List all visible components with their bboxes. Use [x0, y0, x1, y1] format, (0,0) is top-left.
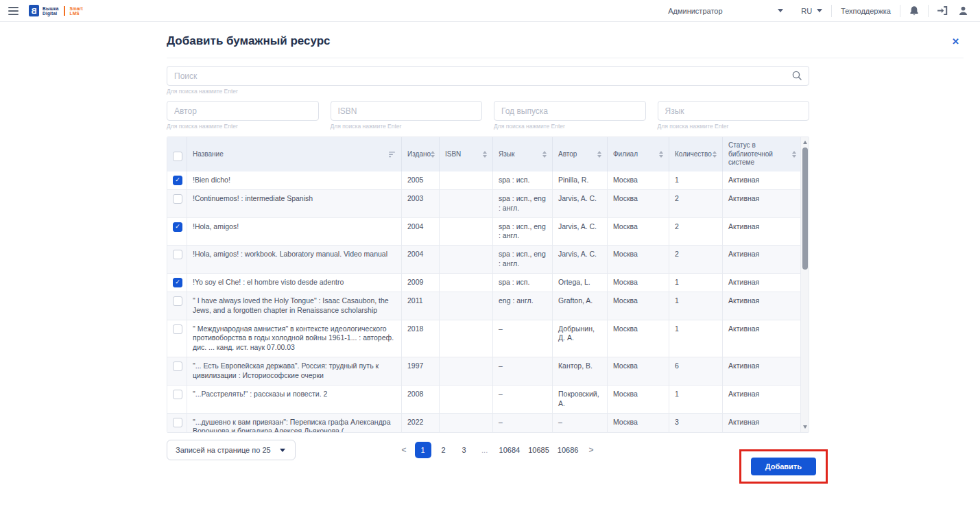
cell-author: Pinilla, R. [553, 171, 608, 189]
chevron-down-icon [817, 9, 822, 12]
cell-isbn [440, 357, 493, 385]
cell-quantity: 1 [669, 386, 723, 413]
add-button[interactable]: Добавить [751, 458, 816, 475]
scrollbar-thumb[interactable] [802, 147, 808, 270]
cell-quantity: 1 [669, 171, 723, 189]
highlight-annotation: Добавить [739, 449, 828, 484]
cell-author: Ortega, L. [553, 274, 608, 292]
up-down-carets-icon[interactable] [597, 151, 601, 158]
row-checkbox[interactable]: ✓ [173, 250, 182, 259]
cell-language: – [493, 414, 553, 432]
cell-status: Активная [723, 357, 802, 385]
cell-quantity: 1 [669, 274, 723, 292]
cell-isbn [440, 171, 493, 189]
cell-language: – [493, 357, 553, 385]
support-link[interactable]: Техподдержка [841, 7, 891, 15]
role-dropdown[interactable]: Администратор [668, 7, 783, 15]
cell-year: 2018 [402, 320, 440, 357]
cell-status: Активная [723, 190, 802, 217]
row-checkbox[interactable]: ✓ [173, 324, 182, 334]
logout-icon[interactable] [937, 6, 948, 15]
person-icon[interactable] [959, 6, 968, 16]
next-page-chevron[interactable]: > [584, 445, 597, 455]
app-logo[interactable]: B Вышка Digital Smart LMS [29, 5, 83, 16]
page-number[interactable]: 1 [415, 442, 431, 458]
column-header-branch[interactable]: Филиал [608, 137, 669, 171]
cell-title: "... Есть Европейская держава". Россия: … [187, 357, 402, 385]
cell-title: "...Расстрелять!" : рассказы и повести. … [187, 386, 402, 413]
prev-page-chevron[interactable]: < [398, 445, 411, 455]
cell-status: Активная [723, 292, 802, 320]
cell-year: 2004 [402, 246, 440, 273]
sort-lines-icon[interactable] [389, 152, 396, 158]
magnifier-icon[interactable] [792, 71, 802, 80]
row-checkbox[interactable]: ✓ [173, 362, 182, 371]
cell-isbn [440, 274, 493, 292]
row-checkbox[interactable]: ✓ [173, 418, 182, 427]
row-checkbox[interactable]: ✓ [173, 390, 182, 399]
close-icon[interactable]: ✕ [948, 35, 964, 48]
author-filter-input[interactable] [167, 101, 319, 121]
page-number[interactable]: ... [477, 442, 493, 458]
scroll-down-arrow-icon[interactable] [803, 425, 807, 429]
up-down-carets-icon[interactable] [483, 151, 487, 158]
column-header-status[interactable]: Статус в библиотечной системе [723, 137, 802, 171]
cell-title: !Yo soy el Che! : el hombre visto desde … [187, 274, 402, 292]
cell-language: spa : исп. [493, 171, 553, 189]
year-filter-input[interactable] [494, 101, 646, 121]
up-down-carets-icon[interactable] [792, 151, 796, 158]
table-row: ✓ !Hola, amigos! 2004 spa : исп., eng : … [167, 218, 809, 246]
vertical-scrollbar[interactable] [800, 137, 809, 432]
bell-icon[interactable] [909, 5, 919, 16]
page-number[interactable]: 10686 [555, 442, 581, 458]
up-down-carets-icon[interactable] [542, 151, 547, 158]
search-hint: Для поиска нажмите Enter [167, 88, 809, 95]
up-down-carets-icon[interactable] [713, 151, 717, 158]
row-checkbox[interactable]: ✓ [173, 176, 182, 185]
table-row: ✓ !Bien dicho! 2005 spa : исп. Pinilla, … [167, 171, 809, 190]
cell-title: "...душевно к вам привязан": Переписка г… [187, 414, 402, 432]
row-checkbox[interactable]: ✓ [173, 194, 182, 204]
page-size-dropdown[interactable]: Записей на странице по 25 [167, 440, 296, 460]
row-checkbox[interactable]: ✓ [173, 278, 182, 287]
cell-status: Активная [723, 246, 802, 273]
cell-year: 2005 [402, 171, 440, 189]
cell-quantity: 2 [669, 190, 723, 217]
scroll-up-arrow-icon[interactable] [803, 141, 807, 144]
column-header-author[interactable]: Автор [553, 137, 608, 171]
row-checkbox[interactable]: ✓ [173, 296, 182, 306]
brand-name: Вышка Digital [43, 6, 59, 16]
language-filter-input[interactable] [658, 101, 810, 121]
page-number[interactable]: 10684 [497, 442, 523, 458]
cell-isbn [440, 414, 493, 432]
language-dropdown[interactable]: RU [801, 7, 822, 15]
up-down-carets-icon[interactable] [659, 151, 663, 158]
cell-quantity: 1 [669, 292, 723, 320]
search-input[interactable] [167, 66, 809, 86]
cell-branch: Москва [608, 357, 669, 385]
filter-hint: Для поиска нажмите Enter [494, 123, 646, 130]
select-all-checkbox[interactable]: ✓ [173, 152, 182, 161]
row-checkbox[interactable]: ✓ [173, 222, 182, 232]
cell-language: spa : исп., eng : англ. [493, 190, 553, 217]
column-header-isbn[interactable]: ISBN [440, 137, 493, 171]
hamburger-menu-icon[interactable] [7, 5, 20, 16]
cell-branch: Москва [608, 171, 669, 189]
page-number[interactable]: 3 [456, 442, 473, 458]
column-header-quantity[interactable]: Количество [669, 137, 723, 171]
cell-title: !Bien dicho! [187, 171, 402, 189]
divider [831, 5, 832, 17]
table-row: ✓ " Международная амнистия" в контексте … [167, 320, 809, 358]
cell-author: Jarvis, A. C. [553, 218, 608, 246]
column-header-year[interactable]: Издано [402, 137, 440, 171]
chevron-down-icon [778, 9, 783, 12]
page-number[interactable]: 2 [435, 442, 452, 458]
column-header-title[interactable]: Название [187, 137, 402, 171]
column-header-language[interactable]: Язык [493, 137, 553, 171]
page-number[interactable]: 10685 [526, 442, 551, 458]
isbn-filter-input[interactable] [331, 101, 483, 121]
cell-language: – [493, 386, 553, 413]
up-down-carets-icon[interactable] [431, 151, 435, 158]
cell-branch: Москва [608, 292, 669, 320]
filter-row: Для поиска нажмите Enter Для поиска нажм… [167, 101, 809, 130]
